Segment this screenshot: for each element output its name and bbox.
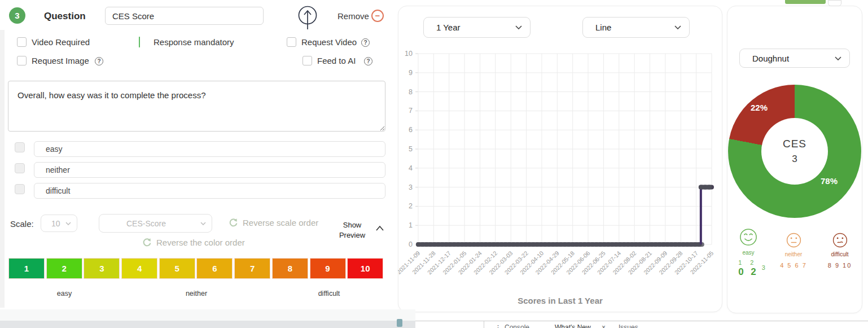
chart-title: Scores in Last 1 Year	[398, 296, 722, 305]
question-title-input[interactable]	[105, 7, 264, 25]
scale-box-3: 3	[84, 259, 119, 278]
option-difficult-checkbox[interactable]	[15, 184, 25, 194]
scale-box-1: 1	[9, 259, 44, 278]
bottom-light-strip	[0, 309, 415, 321]
cut-off-control[interactable]	[828, 0, 841, 6]
chevron-down-icon	[515, 25, 522, 29]
line-chart: 0123456789102021-11-092021-11-282021-12-…	[398, 44, 722, 296]
scale-axis-label-neither: neither	[186, 290, 207, 298]
doughnut-center-value: 3	[792, 154, 797, 165]
scale-label: Scale:	[10, 219, 34, 229]
close-icon[interactable]: ×	[602, 323, 606, 328]
reverse-arrow-icon	[142, 238, 152, 247]
chevron-down-icon	[674, 25, 681, 29]
reverse-scale-order-button[interactable]: Reverse scale order	[229, 218, 318, 228]
chevron-down-icon	[200, 222, 206, 225]
y-tick-label: 6	[409, 126, 413, 134]
reverse-color-order-button[interactable]: Reverse the color order	[142, 238, 245, 247]
legend-easy-label: easy	[742, 250, 754, 256]
time-range-dropdown[interactable]: 1 Year	[423, 17, 531, 38]
scale-box-6: 6	[197, 259, 232, 278]
more-icon[interactable]: ⋮	[494, 323, 502, 328]
scale-box-7: 7	[235, 259, 270, 278]
doughnut-center-title: CES	[783, 138, 806, 150]
doughnut-slice-label-red: 22%	[751, 103, 768, 112]
legend-easy: easy 1 2 3 0 2	[734, 228, 763, 278]
neutral-face-icon	[786, 233, 801, 248]
y-tick-label: 5	[409, 145, 413, 153]
option-easy-checkbox[interactable]	[15, 142, 25, 152]
request-video-label: Request Video	[301, 37, 357, 47]
move-up-button[interactable]	[297, 5, 318, 30]
series-step-line	[701, 187, 712, 244]
option-neither-checkbox[interactable]	[15, 163, 25, 173]
legend-neither-numbers: 4 5 6 7	[780, 262, 807, 269]
show-preview-toggle[interactable]: Show Preview	[337, 220, 367, 240]
time-range-value: 1 Year	[436, 23, 461, 32]
scale-type-value: CES-Score	[126, 219, 166, 228]
scale-color-preview: 12345678910	[9, 259, 383, 278]
minus-icon: −	[375, 11, 380, 20]
left-gutter	[0, 30, 5, 308]
scale-box-5: 5	[160, 259, 195, 278]
chevron-up-icon[interactable]	[376, 226, 384, 231]
question-text-area[interactable]: Overall, how easy was it to complete the…	[8, 81, 385, 132]
happy-face-icon	[739, 228, 757, 246]
remove-label: Remove	[337, 11, 369, 21]
feed-to-ai-checkbox[interactable]	[303, 56, 312, 65]
app-root: 3 Question Remove − Video Required Respo…	[0, 0, 868, 328]
feed-to-ai-help-icon[interactable]: ?	[364, 57, 372, 65]
devtools-divider	[484, 321, 484, 328]
devtools-bar: ⋮ Console What's New × Issues	[415, 321, 868, 328]
request-image-label: Request Image	[32, 56, 89, 65]
scrollbar-thumb[interactable]	[397, 319, 402, 327]
legend-easy-number3: 3	[762, 264, 765, 271]
y-tick-label: 3	[409, 183, 413, 191]
option-neither-input[interactable]	[34, 162, 385, 178]
summary-chart-type-dropdown[interactable]: Doughnut	[739, 49, 850, 68]
cut-off-button[interactable]	[785, 0, 826, 4]
doughnut-slice-label-green: 78%	[821, 176, 838, 186]
chart-type-dropdown[interactable]: Line	[582, 17, 690, 38]
reverse-color-order-label: Reverse the color order	[156, 238, 245, 247]
y-tick-label: 9	[409, 69, 413, 77]
legend-easy-count: 0 2	[738, 266, 759, 278]
request-video-checkbox[interactable]	[287, 37, 296, 47]
show-preview-line2: Preview	[337, 230, 367, 240]
remove-question-button[interactable]: −	[371, 10, 384, 22]
devtools-tab-issues[interactable]: Issues	[619, 323, 638, 328]
reverse-arrow-icon	[229, 218, 238, 228]
y-tick-label: 2	[409, 202, 413, 210]
chart-type-value: Line	[595, 23, 611, 32]
video-required-checkbox[interactable]	[17, 37, 27, 47]
scale-box-2: 2	[47, 259, 82, 278]
legend-neither: neither 4 5 6 7	[778, 233, 809, 269]
option-difficult-input[interactable]	[34, 183, 385, 199]
summary-chart-type-value: Doughnut	[752, 54, 789, 63]
request-image-help-icon[interactable]: ?	[95, 57, 103, 65]
scale-box-4: 4	[122, 259, 157, 278]
y-tick-label: 1	[409, 221, 413, 229]
response-mandatory-checkbox[interactable]	[139, 37, 140, 47]
y-tick-label: 8	[409, 88, 413, 96]
legend-neither-label: neither	[785, 251, 803, 257]
y-tick-label: 7	[409, 107, 413, 115]
devtools-tab-console[interactable]: Console	[505, 323, 529, 328]
feed-to-ai-label: Feed to AI	[317, 56, 356, 65]
legend-easy-numbers: 1 2	[738, 259, 759, 266]
doughnut-center: CES 3	[761, 118, 828, 185]
chevron-down-icon	[835, 56, 841, 60]
scale-box-8: 8	[273, 259, 308, 278]
scale-size-select[interactable]: 10	[41, 215, 77, 232]
option-easy-input[interactable]	[34, 141, 385, 157]
y-tick-label: 4	[409, 164, 413, 172]
request-image-checkbox[interactable]	[17, 56, 27, 65]
scale-box-9: 9	[310, 259, 345, 278]
y-tick-label: 0	[409, 240, 413, 248]
doughnut-chart: 22% 78% CES 3	[728, 85, 861, 218]
devtools-tab-whats-new[interactable]: What's New	[555, 323, 591, 328]
request-video-help-icon[interactable]: ?	[361, 38, 370, 47]
legend-difficult-numbers: 8 9 10	[828, 262, 852, 269]
scale-axis-label-difficult: difficult	[318, 290, 340, 298]
scale-type-select[interactable]: CES-Score	[99, 214, 212, 233]
